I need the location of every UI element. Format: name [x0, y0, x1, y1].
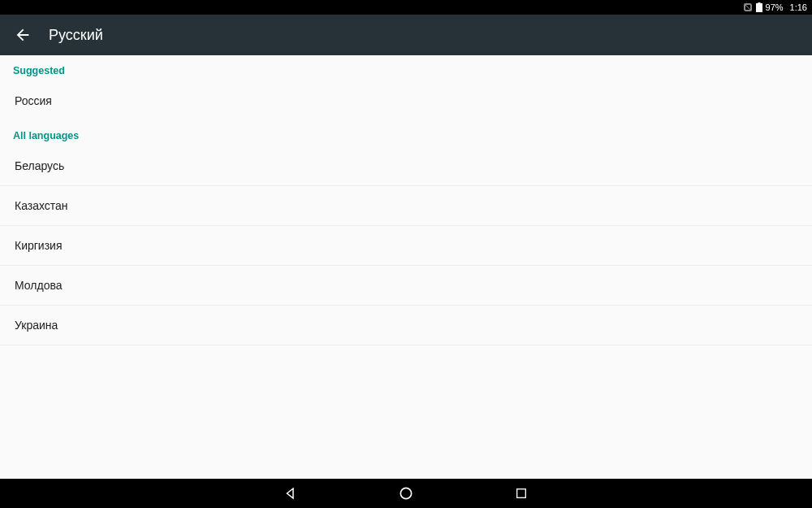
list-item[interactable]: Киргизия	[0, 226, 812, 266]
content-area: Suggested Россия All languages Беларусь …	[0, 55, 812, 479]
section-suggested-header: Suggested	[0, 55, 812, 81]
status-bar: 97% 1:16	[0, 0, 812, 15]
navigation-bar	[0, 479, 812, 508]
nav-back-icon[interactable]	[282, 484, 300, 502]
list-item[interactable]: Молдова	[0, 266, 812, 306]
status-time: 1:16	[790, 2, 807, 12]
battery-icon	[756, 2, 762, 12]
list-item[interactable]: Казахстан	[0, 186, 812, 226]
svg-rect-1	[758, 2, 760, 4]
nav-home-icon[interactable]	[397, 484, 415, 502]
no-sim-icon	[743, 2, 753, 12]
page-title: Русский	[49, 27, 103, 44]
back-arrow-icon[interactable]	[13, 25, 32, 45]
nav-recent-icon[interactable]	[512, 484, 530, 502]
section-all-header: All languages	[0, 120, 812, 146]
svg-point-2	[400, 488, 411, 498]
svg-rect-3	[517, 489, 526, 498]
list-item[interactable]: Украина	[0, 306, 812, 345]
list-item[interactable]: Беларусь	[0, 146, 812, 186]
svg-rect-0	[756, 3, 762, 12]
battery-percent: 97%	[766, 2, 784, 12]
app-header: Русский	[0, 15, 812, 55]
list-item[interactable]: Россия	[0, 81, 812, 120]
